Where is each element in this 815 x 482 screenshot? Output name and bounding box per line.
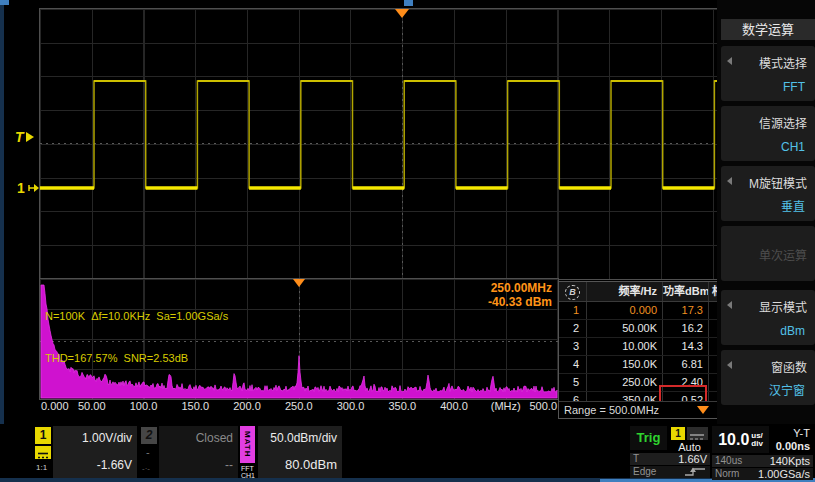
trig-level-value: 1.66V — [678, 453, 707, 465]
range-row: Range = 500.0MHz — [559, 401, 717, 418]
ch2-status: Closed — [196, 431, 233, 445]
timebase-section[interactable]: 10.0 us/ div Y-T 0.00ns 140us 140Kpts No… — [712, 426, 813, 478]
menu-title: 数学运算 — [721, 19, 815, 40]
table-cell: 3 — [559, 338, 587, 355]
header-power: 功率dBm — [663, 282, 709, 301]
fft-center-marker-icon[interactable] — [293, 279, 305, 287]
trig-coupling-badge[interactable] — [687, 427, 708, 440]
submenu-arrow-icon — [727, 361, 732, 369]
menu-item-value: CH1 — [781, 140, 805, 154]
menu-item-label: 窗函数 — [771, 358, 807, 375]
menu-item-label: M旋钮模式 — [749, 174, 807, 191]
fft-cursor-power: -40.33 dBm — [488, 295, 552, 309]
ch2-probe-dash: -·- — [142, 464, 150, 473]
menu-item-value: 汉宁窗 — [769, 381, 805, 398]
header-frequency: 频率/Hz — [587, 282, 663, 301]
table-cell: 2 — [559, 320, 587, 337]
ch1-square-waveform — [40, 9, 718, 279]
fft-status-line1: N=100K Δf=10.0KHz Sa=1.00GSa/s — [45, 309, 228, 323]
scroll-down-arrow-icon[interactable] — [697, 406, 709, 414]
math-badge[interactable]: MATH — [240, 426, 255, 463]
ch2-section[interactable]: 2 - -·- Closed -- — [140, 426, 238, 478]
b-knob-icon[interactable]: B — [565, 285, 580, 300]
range-label: Range = 500.0MHz — [564, 404, 659, 416]
table-cell: 14.3 — [663, 338, 709, 355]
trig-level-row: T 1.66V — [630, 453, 710, 465]
table-cell: 250.0K — [587, 374, 663, 391]
menu-item-label: 单次运算 — [759, 246, 807, 263]
menu-item-5[interactable]: 显示模式dBm — [721, 290, 815, 345]
acquisition-row: Norm 1.00GSa/s — [712, 468, 813, 480]
fft-cursor-readout: 250.00MHz -40.33 dBm — [488, 281, 552, 309]
menu-item-3[interactable]: M旋钮模式垂直 — [721, 166, 815, 221]
fft-axis-tick: 50.00 — [78, 400, 106, 412]
trig-mode: Auto — [671, 441, 708, 453]
trigger-position-marker-icon[interactable] — [395, 9, 409, 18]
trig-type: Edge — [633, 466, 656, 478]
time-window: 140us — [715, 455, 742, 467]
trig-source-badge[interactable]: 1 — [671, 427, 685, 440]
table-cell: 0.000 — [587, 302, 663, 319]
ch2-badge[interactable]: 2 — [141, 427, 157, 444]
trigger-level-marker[interactable]: T — [15, 129, 34, 145]
fft-axis-tick: 100.0 — [130, 400, 158, 412]
waveform-window — [39, 8, 719, 280]
math-menu: 数学运算 模式选择FFT信源选择CH1M旋钮模式垂直单次运算显示模式dBm窗函数… — [717, 0, 815, 424]
fft-axis-tick: 250.0 — [285, 400, 313, 412]
ch1-badge[interactable]: 1 — [35, 427, 51, 444]
math-section[interactable]: MATH FFT CH1 50.0dBm/div 80.0dBm — [240, 426, 342, 478]
menu-item-label: 显示模式 — [759, 298, 807, 315]
table-cell — [709, 356, 717, 373]
ch2-coupling-dash: - — [146, 446, 150, 458]
ch1-section[interactable]: 1 1:1 1.00V/div -1.66V — [34, 426, 137, 478]
knob-cell: B — [559, 282, 587, 301]
menu-item-value: FFT — [783, 80, 805, 94]
table-cell: 1 — [559, 302, 587, 319]
ch1-values: 1.00V/div -1.66V — [53, 426, 137, 478]
trig-coupling-icon — [689, 432, 706, 441]
header-phase: 相 — [709, 282, 717, 301]
ch1-coupling-badge[interactable] — [35, 446, 51, 459]
fft-axis-tick: (MHz) — [491, 400, 521, 412]
bottom-status-bar: ZLG® 1 1:1 1.00V/div -1.66V 2 - -·- Clos… — [0, 424, 815, 478]
ch2-values: Closed -- — [159, 426, 238, 478]
submenu-arrow-icon — [727, 57, 732, 65]
ch2-offset: -- — [225, 458, 233, 472]
table-cell — [709, 374, 717, 391]
record-row: 140us 140Kpts — [712, 455, 813, 467]
menu-item-4: 单次运算 — [721, 226, 815, 281]
timebase-scale-box[interactable]: 10.0 us/ div — [712, 426, 769, 453]
table-cell: 16.2 — [663, 320, 709, 337]
harmonics-table: B 频率/Hz 功率dBm 相 10.00017.3250.00K16.2310… — [558, 281, 718, 419]
fft-axis-tick: 200.0 — [233, 400, 261, 412]
submenu-arrow-icon — [727, 301, 732, 309]
menu-item-6[interactable]: 窗函数汉宁窗 — [721, 350, 815, 405]
fft-axis-labels: 0.00050.00100.0150.0200.0250.0300.0350.0… — [0, 400, 560, 414]
menu-item-1[interactable]: 模式选择FFT — [721, 46, 815, 101]
math-scale: 50.0dBm/div — [270, 431, 337, 445]
ch1-marker-label: 1 — [17, 180, 25, 196]
ch1-ground-marker[interactable]: 1 — [17, 180, 39, 196]
dc-coupling-icon — [37, 451, 49, 460]
fft-axis-tick: 350.0 — [388, 400, 416, 412]
menu-item-label: 模式选择 — [759, 54, 807, 71]
trigger-section[interactable]: Trig 1 Auto T 1.66V Edge — [630, 426, 710, 478]
acq-mode: Norm — [715, 468, 739, 480]
table-cell — [709, 320, 717, 337]
fft-axis-tick: 150.0 — [181, 400, 209, 412]
menu-item-value: 垂直 — [781, 197, 805, 214]
fft-window: N=100K Δf=10.0KHz Sa=1.00GSa/s THD=167.5… — [39, 278, 559, 400]
submenu-arrow-icon — [727, 177, 732, 185]
table-row: 310.00K14.3 — [559, 338, 717, 356]
fft-axis-tick: 400.0 — [440, 400, 468, 412]
fft-cursor-frequency: 250.00MHz — [488, 281, 552, 295]
fft-status-line2: THD=167.57% SNR=2.53dB — [45, 351, 228, 365]
ch1-offset: -1.66V — [97, 458, 132, 472]
table-cell: 17.3 — [663, 302, 709, 319]
table-cell — [709, 338, 717, 355]
menu-item-2[interactable]: 信源选择CH1 — [721, 106, 815, 161]
display-mode-yt: Y-T — [793, 427, 810, 439]
fft-axis-tick: 0.000 — [41, 400, 69, 412]
rising-edge-icon — [683, 466, 707, 479]
harmonics-table-header: B 频率/Hz 功率dBm 相 — [559, 282, 717, 302]
